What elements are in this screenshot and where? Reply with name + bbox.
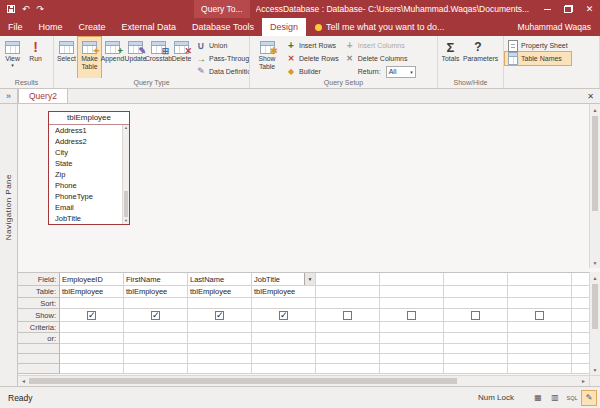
field-dropdown-icon[interactable]: ▼: [304, 273, 315, 285]
show-checkbox[interactable]: [407, 311, 416, 320]
grid-cell-empty[interactable]: [444, 354, 508, 364]
grid-cell-table-col3[interactable]: tblEmployee: [188, 286, 252, 298]
scrollbar-thumb[interactable]: [29, 378, 457, 384]
select-button[interactable]: Select: [55, 37, 78, 78]
grid-cell-sort-col1[interactable]: [60, 298, 124, 309]
grid-cell-empty[interactable]: [252, 344, 316, 354]
grid-cell-or-col5[interactable]: [316, 333, 380, 344]
delete-columns-button[interactable]: ✕Delete Columns: [342, 52, 419, 65]
scroll-left-icon[interactable]: ◄: [18, 376, 29, 386]
grid-vertical-scrollbar[interactable]: ▲ ▼: [589, 272, 600, 375]
parameters-button[interactable]: ?Parameters: [462, 37, 494, 78]
grid-cell-show-col3[interactable]: [188, 309, 252, 322]
navigation-pane-expand-button[interactable]: »: [0, 89, 17, 104]
scroll-down-icon[interactable]: ▼: [593, 364, 598, 375]
totals-button[interactable]: ΣTotals: [439, 37, 462, 78]
grid-cell-field-col2[interactable]: FirstName: [124, 273, 188, 286]
field-list-item-address2[interactable]: Address2: [49, 136, 129, 147]
field-list-item-jobtitle[interactable]: JobTitle: [49, 213, 129, 224]
grid-cell-or-col6[interactable]: [380, 333, 444, 344]
grid-cell-empty[interactable]: [316, 344, 380, 354]
builder-button[interactable]: ◆Builder: [283, 65, 342, 78]
scroll-up-icon[interactable]: ▲: [593, 104, 598, 115]
tell-me-box[interactable]: Tell me what you want to do...: [306, 18, 454, 36]
grid-cell-or-col4[interactable]: [252, 333, 316, 344]
grid-cell-table-col5[interactable]: [316, 286, 380, 298]
grid-cell-empty[interactable]: [188, 344, 252, 354]
scroll-up-icon[interactable]: ▲: [593, 272, 598, 283]
top-pane-vertical-scrollbar[interactable]: ▲ ▼: [589, 104, 600, 268]
design-view-button[interactable]: ✎: [581, 390, 597, 406]
grid-cell-sort-col2[interactable]: [124, 298, 188, 309]
field-list-item-email[interactable]: Email: [49, 202, 129, 213]
grid-cell-sort-col6[interactable]: [380, 298, 444, 309]
ribbon-tab-create[interactable]: Create: [71, 18, 114, 36]
grid-cell-empty[interactable]: [380, 344, 444, 354]
grid-cell-show-col8[interactable]: [508, 309, 572, 322]
pivot-view-button[interactable]: ▥: [547, 390, 563, 406]
grid-cell-table-col2[interactable]: tblEmployee: [124, 286, 188, 298]
ribbon-tab-file[interactable]: File: [0, 18, 31, 36]
show-checkbox[interactable]: [343, 311, 352, 320]
grid-cell-empty[interactable]: [124, 344, 188, 354]
grid-cell-empty[interactable]: [188, 364, 252, 374]
insert-columns-button[interactable]: +Insert Columns: [342, 39, 419, 52]
field-list-scrollbar[interactable]: ▲ ▼: [122, 125, 129, 224]
view-button[interactable]: View▾: [1, 37, 24, 78]
grid-cell-show-col2[interactable]: [124, 309, 188, 322]
grid-cell-empty[interactable]: [124, 364, 188, 374]
grid-cell-field-col1[interactable]: EmployeeID: [60, 273, 124, 286]
grid-cell-criteria-col3[interactable]: [188, 322, 252, 333]
grid-cell-empty[interactable]: [60, 354, 124, 364]
grid-cell-criteria-col5[interactable]: [316, 322, 380, 333]
scrollbar-thumb[interactable]: [592, 116, 598, 211]
grid-cell-sort-col3[interactable]: [188, 298, 252, 309]
ribbon-tab-design[interactable]: Design: [262, 18, 306, 36]
show-checkbox[interactable]: [87, 311, 96, 320]
data-definition-button[interactable]: ✎Data Definition: [193, 65, 249, 78]
make-table-button[interactable]: ✦Make Table: [78, 37, 101, 78]
grid-cell-empty[interactable]: [380, 354, 444, 364]
grid-cell-empty[interactable]: [60, 364, 124, 374]
scrollbar-thumb[interactable]: [124, 191, 128, 217]
grid-cell-table-col6[interactable]: [380, 286, 444, 298]
table-names-button[interactable]: Table Names: [505, 52, 571, 65]
account-user-name[interactable]: Muhammad Waqas: [518, 18, 600, 36]
grid-cell-empty[interactable]: [60, 344, 124, 354]
close-button[interactable]: ✕: [579, 0, 600, 18]
redo-icon[interactable]: ↷: [37, 5, 45, 14]
grid-cell-empty[interactable]: [316, 364, 380, 374]
show-checkbox[interactable]: [215, 311, 224, 320]
ribbon-tab-home[interactable]: Home: [31, 18, 71, 36]
grid-cell-or-col7[interactable]: [444, 333, 508, 344]
scroll-down-icon[interactable]: ▼: [593, 257, 598, 268]
grid-cell-or-col3[interactable]: [188, 333, 252, 344]
grid-cell-show-col5[interactable]: [316, 309, 380, 322]
grid-cell-criteria-col8[interactable]: [508, 322, 572, 333]
grid-cell-table-col7[interactable]: [444, 286, 508, 298]
grid-cell-empty[interactable]: [444, 344, 508, 354]
grid-cell-empty[interactable]: [124, 354, 188, 364]
grid-cell-table-col8[interactable]: [508, 286, 572, 298]
field-list-item-state[interactable]: State: [49, 158, 129, 169]
datasheet-view-button[interactable]: ▦: [530, 390, 546, 406]
navigation-pane-label[interactable]: Navigation Pane: [4, 174, 13, 240]
field-list-item-zip[interactable]: Zip: [49, 169, 129, 180]
grid-cell-or-col8[interactable]: [508, 333, 572, 344]
document-close-icon[interactable]: ✕: [581, 92, 600, 101]
show-checkbox[interactable]: [279, 311, 288, 320]
run-button[interactable]: !Run: [24, 37, 47, 78]
restore-button[interactable]: [558, 0, 579, 18]
pass-through-button[interactable]: →Pass-Through: [193, 52, 249, 65]
grid-cell-criteria-col6[interactable]: [380, 322, 444, 333]
scroll-right-icon[interactable]: ►: [578, 376, 589, 386]
scroll-down-icon[interactable]: ▼: [124, 218, 128, 224]
insert-rows-button[interactable]: +Insert Rows: [283, 39, 342, 52]
scroll-up-icon[interactable]: ▲: [124, 125, 128, 131]
ribbon-tab-external-data[interactable]: External Data: [114, 18, 185, 36]
scrollbar-thumb[interactable]: [592, 284, 598, 329]
show-checkbox[interactable]: [151, 311, 160, 320]
scrollbar-track[interactable]: [29, 376, 578, 386]
show-checkbox[interactable]: [471, 311, 480, 320]
delete-rows-button[interactable]: ✕Delete Rows: [283, 52, 342, 65]
